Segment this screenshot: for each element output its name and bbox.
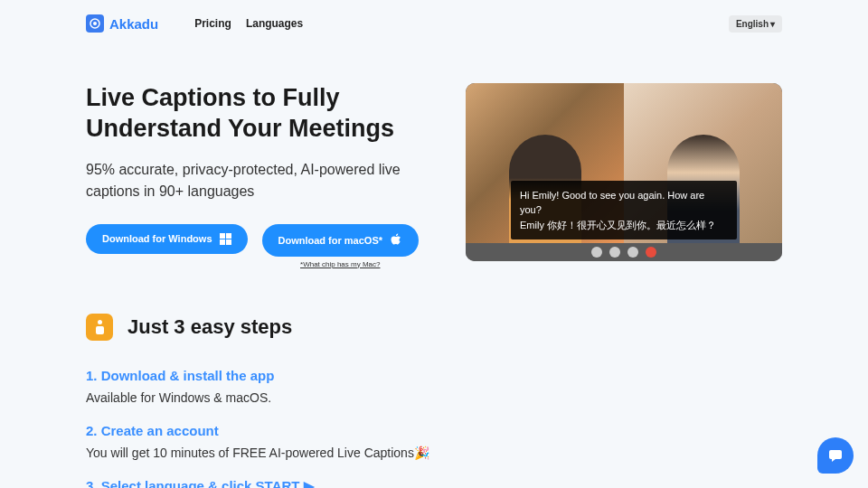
- caption-line: Emily 你好！很开心又见到你。最近怎么样？: [520, 218, 728, 233]
- headline: Live Captions to Fully Understand Your M…: [86, 83, 425, 145]
- svg-point-1: [93, 22, 97, 25]
- mic-icon: [609, 247, 620, 258]
- header: Akkadu Pricing Languages English ▾: [0, 0, 868, 47]
- windows-icon: [220, 233, 231, 245]
- cta-buttons: Download for Windows Download for macOS*…: [86, 224, 425, 268]
- hero-right: Hi Emily! Good to see you again. How are…: [443, 83, 782, 268]
- language-selector-label: English: [736, 19, 769, 29]
- chat-icon: [627, 247, 638, 258]
- hero-left: Live Captions to Fully Understand Your M…: [86, 83, 425, 268]
- logo[interactable]: Akkadu: [86, 14, 158, 33]
- download-mac-button[interactable]: Download for macOS*: [262, 224, 420, 257]
- steps-icon: [86, 314, 113, 341]
- chat-bubble-icon: [827, 447, 844, 464]
- language-selector[interactable]: English ▾: [729, 15, 782, 33]
- subheadline: 95% accurate, privacy-protected, AI-powe…: [86, 159, 425, 202]
- video-preview: Hi Emily! Good to see you again. How are…: [466, 83, 782, 261]
- step-item: 2. Create an account You will get 10 min…: [86, 423, 782, 460]
- logo-text: Akkadu: [109, 16, 158, 32]
- step-desc: You will get 10 minutes of FREE AI-power…: [86, 446, 782, 460]
- hero-section: Live Captions to Fully Understand Your M…: [0, 47, 868, 268]
- step-desc: Available for Windows & macOS.: [86, 390, 782, 405]
- camera-icon: [591, 247, 602, 258]
- step-item: 3. Select language & click START ▶: [86, 478, 782, 489]
- hangup-icon: [646, 247, 656, 258]
- download-mac-label: Download for macOS*: [278, 235, 383, 246]
- steps-header: Just 3 easy steps: [86, 314, 782, 341]
- step-title: 1. Download & install the app: [86, 368, 782, 383]
- nav-pricing[interactable]: Pricing: [194, 17, 231, 30]
- video-toolbar: [466, 243, 782, 261]
- download-windows-label: Download for Windows: [102, 233, 212, 244]
- apple-icon: [390, 233, 402, 248]
- nav-languages[interactable]: Languages: [246, 17, 303, 30]
- chat-fab[interactable]: [817, 437, 854, 474]
- download-windows-button[interactable]: Download for Windows: [86, 224, 248, 254]
- logo-icon: [86, 14, 104, 33]
- chip-link[interactable]: *What chip has my Mac?: [300, 260, 380, 268]
- step-title: 3. Select language & click START ▶: [86, 478, 782, 489]
- step-title: 2. Create an account: [86, 423, 782, 438]
- nav: Pricing Languages: [194, 17, 303, 30]
- caption-line: Hi Emily! Good to see you again. How are…: [520, 188, 728, 218]
- steps-section: Just 3 easy steps 1. Download & install …: [0, 268, 868, 489]
- steps-title: Just 3 easy steps: [127, 315, 292, 339]
- caption-overlay: Hi Emily! Good to see you again. How are…: [511, 181, 737, 240]
- step-item: 1. Download & install the app Available …: [86, 368, 782, 405]
- svg-rect-2: [829, 450, 842, 459]
- chevron-down-icon: ▾: [770, 19, 775, 29]
